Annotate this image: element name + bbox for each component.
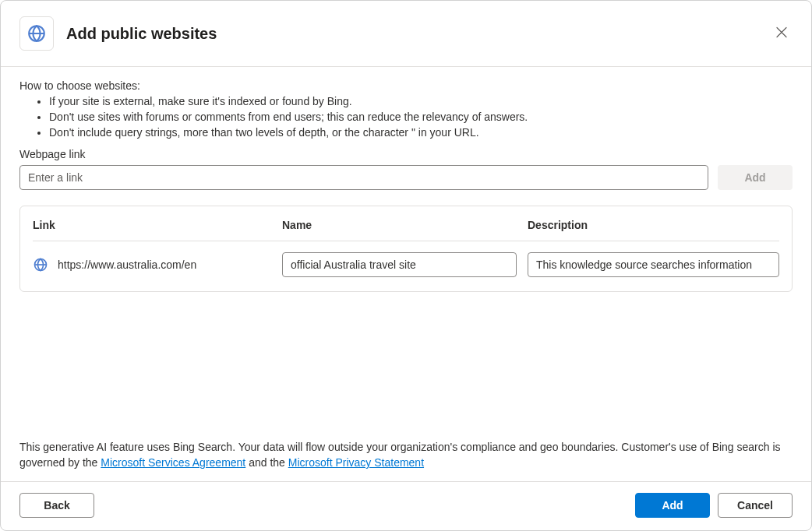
help-bullet: Don't use sites with forums or comments … bbox=[49, 109, 793, 125]
cell-link: https://www.australia.com/en bbox=[33, 257, 282, 273]
close-button[interactable] bbox=[771, 22, 793, 46]
column-header-description: Description bbox=[528, 219, 779, 231]
add-link-button[interactable]: Add bbox=[718, 165, 793, 190]
privacy-statement-link[interactable]: Microsoft Privacy Statement bbox=[288, 456, 424, 469]
column-header-link: Link bbox=[33, 219, 282, 231]
dialog-title: Add public websites bbox=[66, 25, 217, 43]
disclaimer-text: This generative AI feature uses Bing Sea… bbox=[1, 439, 811, 481]
disclaimer-text-part: and the bbox=[245, 456, 288, 469]
dialog-footer: Back Add Cancel bbox=[1, 481, 811, 530]
help-bullet: If your site is external, make sure it's… bbox=[49, 93, 793, 109]
link-input-row: Add bbox=[19, 165, 793, 190]
dialog-header: Add public websites bbox=[1, 1, 811, 67]
header-icon-box bbox=[19, 16, 54, 51]
table-header-row: Link Name Description bbox=[33, 206, 779, 241]
globe-icon bbox=[26, 23, 47, 44]
row-link-text: https://www.australia.com/en bbox=[58, 258, 196, 271]
add-button[interactable]: Add bbox=[635, 493, 710, 518]
cancel-button[interactable]: Cancel bbox=[718, 493, 793, 518]
dialog-body: How to choose websites: If your site is … bbox=[1, 67, 811, 439]
add-public-websites-dialog: Add public websites How to choose websit… bbox=[0, 0, 812, 531]
globe-icon bbox=[33, 257, 48, 273]
help-bullet: Don't include query strings, more than t… bbox=[49, 125, 793, 140]
row-description-input[interactable] bbox=[528, 252, 779, 277]
back-button[interactable]: Back bbox=[19, 493, 94, 518]
webpage-link-label: Webpage link bbox=[19, 148, 793, 160]
cell-description bbox=[528, 252, 779, 277]
links-table: Link Name Description https://www.austra… bbox=[19, 206, 793, 292]
close-icon bbox=[775, 26, 788, 39]
cell-name bbox=[282, 252, 528, 277]
help-heading: How to choose websites: bbox=[19, 79, 793, 92]
table-row: https://www.australia.com/en bbox=[33, 241, 779, 291]
column-header-name: Name bbox=[282, 219, 528, 231]
services-agreement-link[interactable]: Microsoft Services Agreement bbox=[101, 456, 245, 469]
webpage-link-input[interactable] bbox=[19, 165, 708, 190]
row-name-input[interactable] bbox=[282, 252, 517, 277]
help-list: If your site is external, make sure it's… bbox=[49, 93, 793, 140]
